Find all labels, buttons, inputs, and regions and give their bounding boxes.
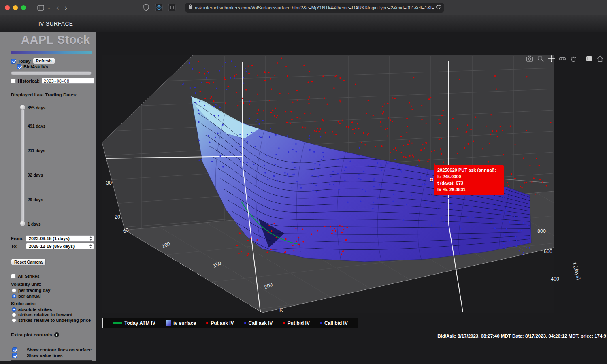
- tooltip-strike: k: 245.0000: [437, 174, 501, 180]
- strikes-relative-underlying-radio[interactable]: [12, 318, 16, 323]
- to-select[interactable]: 2025-12-19 (855 days): [26, 243, 94, 249]
- legend-label: Call ask IV: [249, 320, 273, 326]
- time-axis-tick: 400: [551, 276, 559, 282]
- legend-dot-swatch: [244, 322, 246, 324]
- legend-label: Put ask IV: [211, 320, 234, 326]
- per-annual-radio[interactable]: [12, 294, 16, 298]
- hovered-point[interactable]: [430, 178, 433, 181]
- legend-dot-swatch: [206, 322, 208, 324]
- reload-icon[interactable]: [436, 4, 441, 11]
- absolute-strikes-radio[interactable]: [12, 307, 16, 312]
- legend-item-call-ask[interactable]: Call ask IV: [244, 320, 273, 326]
- privacy-shield-icon[interactable]: [142, 4, 150, 12]
- show-contour-lines-checkbox[interactable]: [12, 347, 17, 352]
- date-range-slider[interactable]: [21, 106, 25, 226]
- historical-checkbox[interactable]: [11, 79, 16, 83]
- plot-legend: Today ATM IV iv surface Put ask IV Call …: [102, 318, 358, 328]
- turntable-rotation-icon[interactable]: [570, 55, 577, 62]
- close-button[interactable]: [5, 5, 10, 10]
- sidebar-toggle-icon[interactable]: [36, 4, 45, 12]
- tooltip-iv: IV %: 29.3531: [437, 187, 501, 193]
- chevron-down-icon[interactable]: ⌄: [47, 4, 51, 11]
- from-select[interactable]: 2023-08-18 (1 days): [26, 235, 94, 242]
- instrument-title: AAPL Stock: [21, 33, 90, 47]
- strike-axis-option-row: strikes relative to underlying price: [12, 318, 91, 323]
- bid-ask-checkbox[interactable]: [17, 64, 21, 69]
- iv-axis-tick: 20: [115, 214, 120, 220]
- plot-modebar: [526, 55, 604, 62]
- legend-item-today-atm[interactable]: Today ATM IV: [113, 320, 155, 326]
- tooltip-contract: 20250620 PUT ask (annual):: [437, 167, 501, 174]
- strike-axis-option-row: absolute strikes: [12, 307, 52, 312]
- divider: [11, 360, 92, 361]
- reset-camera-button[interactable]: Reset Camera: [11, 259, 46, 265]
- legend-label: Today ATM IV: [124, 320, 155, 326]
- iv-axis-tick: 30: [106, 180, 112, 186]
- home-icon[interactable]: [596, 55, 604, 62]
- orbit-rotation-icon[interactable]: [559, 55, 566, 62]
- iv-surface-3d-plot[interactable]: 30 20 50 100 150 200 K 800 600 400 t (da…: [96, 32, 607, 364]
- horizontal-slider[interactable]: [11, 71, 92, 75]
- show-value-lines-checkbox[interactable]: [12, 353, 17, 358]
- zoom-icon[interactable]: [537, 55, 544, 62]
- legend-item-call-bid[interactable]: Call bid IV: [320, 320, 348, 326]
- legend-dot-swatch: [283, 322, 285, 324]
- per-trading-day-label: per trading day: [18, 288, 50, 293]
- per-trading-day-radio[interactable]: [12, 288, 16, 293]
- minimize-button[interactable]: [13, 5, 18, 10]
- divider: [11, 341, 92, 341]
- today-checkbox[interactable]: [11, 59, 16, 64]
- browser-titlebar: ⌄ ‹ › risk.interactivebrokers.com/VolSur…: [0, 0, 607, 15]
- absolute-strikes-label: absolute strikes: [18, 307, 52, 312]
- today-row: Today Refresh: [11, 58, 55, 64]
- tooltip-days: t (days): 673: [437, 180, 501, 187]
- colorscale-gradient-bar: [11, 51, 92, 54]
- app-header: IV SURFACE: [0, 15, 607, 32]
- sidebar-footer: [0, 361, 96, 364]
- slider-tick: 29 days: [28, 197, 43, 202]
- legend-item-iv-surface[interactable]: iv surface: [166, 320, 196, 326]
- back-button[interactable]: ‹: [56, 4, 59, 11]
- legend-item-put-bid[interactable]: Put bid IV: [283, 320, 310, 326]
- legend-surface-swatch: [166, 320, 171, 326]
- bid-ask-row: Bid/Ask IVs: [17, 64, 48, 69]
- to-value: 2025-12-19 (855 days): [29, 244, 75, 249]
- all-strikes-checkbox[interactable]: [11, 274, 16, 279]
- pan-icon[interactable]: [548, 55, 555, 62]
- legend-label: iv surface: [173, 320, 196, 326]
- extra-controls-row: Extra plot controls: [11, 332, 59, 337]
- contour-toggle-row: Show contour lines on surface: [12, 347, 92, 352]
- from-value: 2023-08-18 (1 days): [29, 236, 70, 241]
- legend-label: Put bid IV: [288, 320, 310, 326]
- value-lines-toggle-row: Show value lines: [12, 353, 63, 358]
- vol-unit-option-row: per trading day: [12, 288, 50, 293]
- from-label: From:: [11, 236, 24, 241]
- slider-handle-bottom[interactable]: [20, 221, 26, 226]
- address-bar[interactable]: risk.interactivebrokers.com/VolSurface/s…: [185, 3, 444, 13]
- hover-tooltip: 20250620 PUT ask (annual): k: 245.0000 t…: [434, 165, 504, 195]
- onepassword-extension-icon[interactable]: [155, 4, 163, 12]
- legend-dot-swatch: [320, 322, 322, 324]
- slider-tick: 92 days: [28, 172, 43, 177]
- extra-controls-heading: Extra plot controls: [11, 332, 52, 337]
- forward-button[interactable]: ›: [65, 4, 67, 11]
- select-arrows-icon: [89, 244, 92, 248]
- time-axis-tick: 800: [537, 228, 546, 234]
- time-axis-label: t (days): [572, 262, 582, 281]
- historical-date-input[interactable]: [42, 78, 94, 84]
- show-value-lines-label: Show value lines: [27, 353, 63, 358]
- strikes-relative-forward-radio[interactable]: [12, 313, 16, 317]
- refresh-button[interactable]: Refresh: [33, 58, 55, 64]
- url-text: risk.interactivebrokers.com/VolSurface/s…: [195, 5, 436, 10]
- fullscreen-button[interactable]: [21, 5, 26, 10]
- slider-handle-top[interactable]: [20, 104, 26, 110]
- camera-icon[interactable]: [526, 55, 533, 62]
- select-arrows-icon: [89, 236, 92, 241]
- slider-tick: 1 days: [28, 221, 41, 226]
- info-icon[interactable]: [54, 332, 59, 337]
- extension-icon[interactable]: [168, 4, 176, 12]
- sidebar: AAPL Stock Today Refresh Bid/Ask IVs His…: [0, 32, 96, 364]
- spike-lines-icon[interactable]: [586, 55, 593, 62]
- legend-item-put-ask[interactable]: Put ask IV: [206, 320, 234, 326]
- to-row: To: 2025-12-19 (855 days): [11, 243, 94, 249]
